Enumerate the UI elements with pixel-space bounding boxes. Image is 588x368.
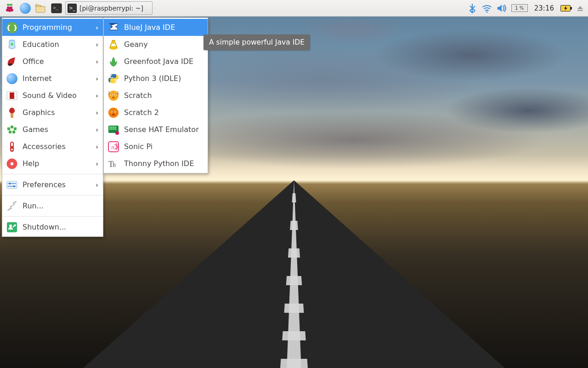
taskbar-window-button[interactable]: >_ [pi@raspberrypi: ~]	[65, 1, 153, 15]
submenu-item-label: Scratch 2	[124, 108, 159, 117]
graphics-icon	[6, 107, 18, 119]
submenu-item-label: Geany	[124, 40, 148, 49]
svg-point-66	[115, 131, 119, 135]
submenu-item-bluej[interactable]: BlueJ Java IDE	[104, 19, 208, 36]
svg-point-10	[486, 11, 487, 12]
clock[interactable]: 23:16	[534, 4, 554, 12]
svg-point-1	[10, 4, 12, 6]
bluetooth-icon	[468, 3, 476, 13]
submenu-item-thonny[interactable]: Th Thonny Python IDE	[104, 155, 208, 172]
svg-rect-20	[14, 92, 16, 99]
menu-item-label: Sound & Video	[23, 91, 77, 100]
start-menu-button[interactable]	[3, 1, 17, 15]
python-icon	[107, 73, 119, 85]
menu-item-games[interactable]: Games ›	[2, 121, 103, 138]
svg-rect-24	[14, 127, 17, 130]
file-manager-launcher[interactable]	[34, 1, 48, 15]
svg-rect-36	[13, 185, 15, 187]
chevron-right-icon: ›	[96, 143, 98, 150]
menu-item-label: Office	[23, 57, 44, 66]
svg-rect-64	[113, 128, 114, 130]
svg-point-48	[111, 94, 112, 95]
run-icon	[6, 200, 18, 212]
svg-point-50	[112, 97, 115, 98]
help-icon	[6, 158, 18, 170]
submenu-item-greenfoot[interactable]: Greenfoot Java IDE	[104, 53, 208, 70]
terminal-icon: >_	[68, 4, 77, 13]
svg-text:{ }: { }	[6, 24, 18, 31]
svg-point-38	[9, 224, 12, 227]
bluetooth-button[interactable]	[467, 3, 477, 13]
submenu-item-geany[interactable]: Geany	[104, 36, 208, 53]
menu-item-label: Education	[23, 40, 59, 49]
svg-rect-58	[109, 126, 111, 128]
menu-separator	[2, 174, 103, 174]
svg-text:h: h	[113, 161, 116, 168]
svg-rect-32	[7, 181, 17, 189]
svg-rect-25	[9, 131, 11, 133]
submenu-item-scratch[interactable]: Scratch	[104, 87, 208, 104]
svg-rect-23	[11, 126, 13, 128]
raspberry-icon	[4, 3, 15, 14]
menu-item-education[interactable]: Education ›	[2, 36, 103, 53]
menu-item-sound-video[interactable]: Sound & Video ›	[2, 87, 103, 104]
chevron-right-icon: ›	[96, 160, 98, 167]
accessories-icon	[6, 141, 18, 153]
submenu-item-scratch2[interactable]: Scratch 2	[104, 104, 208, 121]
chevron-right-icon: ›	[96, 75, 98, 82]
svg-point-14	[9, 40, 15, 41]
programming-submenu: BlueJ Java IDE Geany Greenfoot Java IDE …	[103, 17, 208, 173]
menu-item-preferences[interactable]: Preferences ›	[2, 176, 103, 193]
menu-item-accessories[interactable]: Accessories ›	[2, 138, 103, 155]
chevron-right-icon: ›	[96, 126, 98, 133]
wifi-button[interactable]	[482, 3, 492, 13]
svg-point-16	[8, 63, 12, 65]
menu-item-internet[interactable]: Internet ›	[2, 70, 103, 87]
terminal-icon: >_	[51, 3, 62, 13]
submenu-item-sonicpi[interactable]: π Sonic Pi	[104, 138, 208, 155]
svg-rect-61	[115, 126, 116, 128]
chevron-right-icon: ›	[96, 109, 98, 116]
svg-point-55	[115, 111, 116, 112]
chevron-right-icon: ›	[96, 41, 98, 48]
terminal-launcher[interactable]: >_	[50, 1, 63, 15]
submenu-item-label: Thonny Python IDE	[124, 159, 194, 168]
browser-launcher[interactable]	[18, 1, 32, 15]
sensehat-icon	[107, 124, 119, 136]
menu-item-run[interactable]: Run...	[2, 197, 103, 214]
menu-item-shutdown[interactable]: Shutdown...	[2, 218, 103, 236]
svg-rect-26	[12, 131, 15, 133]
internet-icon	[6, 73, 18, 85]
menu-item-office[interactable]: Office ›	[2, 53, 103, 70]
svg-point-6	[11, 9, 13, 12]
submenu-item-label: Sense HAT Emulator	[124, 125, 199, 134]
svg-point-44	[115, 81, 116, 82]
svg-point-7	[8, 7, 11, 10]
cpu-load-indicator[interactable]: 1 %	[511, 4, 528, 12]
chevron-right-icon: ›	[96, 92, 98, 99]
geany-icon	[107, 39, 119, 51]
svg-rect-62	[109, 128, 111, 130]
svg-point-56	[112, 114, 115, 115]
submenu-item-python3[interactable]: Python 3 (IDLE)	[104, 70, 208, 87]
submenu-item-sensehat[interactable]: Sense HAT Emulator	[104, 121, 208, 138]
svg-rect-37	[7, 222, 17, 232]
menu-item-help[interactable]: Help ›	[2, 155, 103, 172]
menu-item-programming[interactable]: { } Programming ›	[2, 19, 103, 36]
submenu-item-label: Sonic Pi	[124, 142, 153, 151]
eject-button[interactable]	[575, 3, 585, 13]
menu-item-label: Shutdown...	[23, 223, 66, 231]
battery-button[interactable]	[560, 3, 571, 13]
svg-rect-28	[11, 143, 13, 146]
svg-point-4	[6, 9, 9, 12]
svg-rect-60	[113, 126, 114, 128]
menu-item-graphics[interactable]: Graphics ›	[2, 104, 103, 121]
volume-button[interactable]	[497, 3, 507, 13]
scratch2-icon	[107, 107, 119, 119]
taskbar-window-title: [pi@raspberrypi: ~]	[79, 5, 143, 12]
battery-icon	[560, 5, 571, 12]
taskbar: >_ >_ [pi@raspberrypi: ~] 1 % 23:16	[0, 0, 588, 17]
thonny-icon: Th	[107, 158, 119, 170]
chevron-right-icon: ›	[96, 24, 98, 31]
svg-rect-59	[111, 126, 113, 128]
